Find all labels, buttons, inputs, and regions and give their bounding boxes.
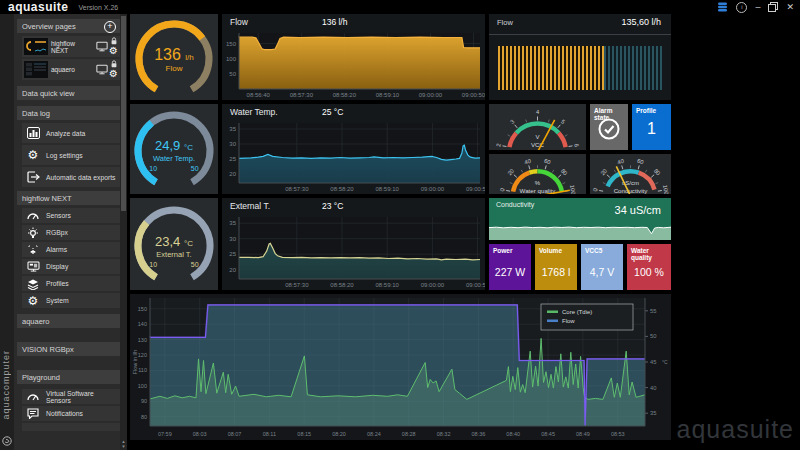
aquasuite-window: aquasuite Version X.26 i – ✕ aquacompute… (0, 0, 800, 450)
sidebar-item-profiles[interactable]: Profiles (22, 276, 120, 291)
vcc5-tile: VCC5 4,7 V (581, 244, 623, 290)
lock-icon[interactable] (110, 37, 118, 45)
svg-text:30: 30 (229, 236, 236, 242)
svg-text:Flow in l/h: Flow in l/h (132, 350, 138, 375)
svg-text:120: 120 (138, 352, 147, 358)
svg-text:100: 100 (662, 184, 670, 194)
external-temp-gauge-tile: 23,4 °C External T. 10 50 (130, 198, 218, 290)
svg-text:100: 100 (226, 56, 237, 62)
svg-text:08:15: 08:15 (297, 431, 311, 437)
sidebar-item-system[interactable]: ⚙ System (22, 293, 120, 308)
sidebar-header-data-quick-view[interactable]: Data quick view (17, 86, 120, 100)
svg-text:50: 50 (229, 71, 236, 77)
svg-text:09:00:50: 09:00:50 (466, 282, 485, 288)
flow-bar-title: Flow (497, 18, 513, 27)
svg-text:45: 45 (650, 359, 656, 365)
window-titlebar[interactable]: aquasuite Version X.26 i – ✕ (0, 0, 800, 14)
sidebar-header-highflow-next[interactable]: highflow NEXT (17, 191, 120, 205)
volume-value: 1768 l (535, 266, 577, 278)
flow-bar-value: 135,60 l/h (621, 17, 661, 27)
overview-item-label: highflow NEXT (51, 40, 93, 54)
monitor-icon[interactable] (96, 41, 108, 52)
sidebar-header-overview-pages[interactable]: Overview pages + (17, 19, 120, 33)
sidebar-header-aquaero[interactable]: aquaero (17, 314, 120, 328)
flow-area-chart: 5010015008:56:4008:57:3008:58:2008:59:10… (222, 30, 485, 100)
gear-icon[interactable]: ⚙ (109, 45, 118, 57)
sidebar-item-overview-highflow-next[interactable]: highflow NEXT ⚙ (22, 36, 120, 57)
vcc5-value: 4,7 V (581, 266, 623, 278)
svg-text:09:00:00: 09:00:00 (421, 186, 445, 192)
svg-text:09:00:00: 09:00:00 (421, 282, 445, 288)
svg-text:0: 0 (499, 188, 505, 192)
data-service-icon[interactable] (717, 2, 728, 12)
monitor-icon[interactable] (96, 64, 108, 75)
aquacomputer-logo-icon (2, 436, 12, 446)
sidebar-item-rgbpx[interactable]: RGBpx (22, 225, 120, 240)
vcc-gauge-tile: 23456VVCC (489, 104, 586, 150)
svg-text:60: 60 (636, 158, 644, 166)
svg-text:35: 35 (650, 410, 656, 416)
gear-icon[interactable]: ⚙ (109, 68, 118, 80)
add-overview-page-button[interactable]: + (104, 21, 116, 33)
ext-gauge-max: 50 (191, 261, 199, 268)
power-label: Power (493, 247, 513, 254)
svg-text:08:53: 08:53 (611, 431, 625, 437)
scrollbar-thumb[interactable] (121, 16, 126, 211)
restore-button[interactable] (768, 2, 778, 12)
volume-label: Volume (539, 247, 562, 254)
svg-text:08:20: 08:20 (332, 431, 346, 437)
sidebar-scrollbar[interactable]: ▲ ▼ (120, 14, 127, 450)
svg-text:08:11: 08:11 (263, 431, 276, 437)
gear-icon: ⚙ (25, 149, 41, 161)
svg-text:130: 130 (138, 337, 147, 343)
export-icon (25, 171, 41, 183)
sidebar-item-overview-aquaero[interactable]: aquaero ⚙ (22, 59, 120, 80)
vcc5-label: VCC5 (585, 247, 602, 254)
scroll-down-icon[interactable]: ▼ (120, 444, 127, 449)
svg-text:20: 20 (229, 171, 236, 177)
brand-rail-text: aquacomputer (1, 350, 11, 420)
sidebar-item-virtual-software-sensors[interactable]: Virtual Software Sensors (22, 389, 120, 404)
vcc-analog-gauge: 23456VVCC (489, 104, 586, 150)
svg-text:V: V (535, 134, 539, 140)
bell-icon (25, 244, 41, 255)
sidebar-item-log-settings[interactable]: ⚙ Log settings (22, 145, 120, 165)
water-quality-gauge-tile: 020406080100%Water quality (489, 154, 586, 194)
svg-text:08:59:10: 08:59:10 (376, 282, 400, 288)
water-quality-tile: Water quality 100 % (627, 244, 671, 290)
sidebar-item-alarms[interactable]: Alarms (22, 242, 120, 257)
svg-text:6: 6 (573, 143, 579, 147)
minimize-button[interactable]: – (755, 2, 760, 12)
lock-icon[interactable] (110, 60, 118, 68)
sidebar-item-cutoff[interactable] (22, 423, 120, 431)
overview-thumbnail-aquaero (24, 61, 48, 78)
speedometer-icon (25, 392, 41, 401)
app-version: Version X.26 (79, 4, 119, 11)
close-button[interactable]: ✕ (786, 2, 794, 12)
ext-gauge-unit: °C (184, 239, 193, 248)
svg-text:09:00:00: 09:00:00 (419, 92, 443, 98)
svg-text:08:57:30: 08:57:30 (290, 92, 314, 98)
overview-item-label: aquaero (51, 66, 93, 73)
conductivity-panel: Conductivity 34 uS/cm (489, 198, 671, 240)
svg-text:25: 25 (229, 251, 236, 257)
sidebar-item-notifications[interactable]: Notifications (22, 406, 120, 421)
ext-chart-value: 23 °C (322, 201, 343, 211)
svg-text:08:58:20: 08:58:20 (333, 92, 357, 98)
svg-text:08:56:40: 08:56:40 (247, 92, 271, 98)
svg-text:35: 35 (229, 220, 236, 226)
sidebar-header-data-log[interactable]: Data log (17, 106, 120, 120)
conductivity-sparkline (489, 222, 671, 240)
water-chart-title: Water Temp. (230, 107, 278, 117)
sidebar-item-analyze-data[interactable]: Analyze data (22, 123, 120, 143)
svg-text:08:59:10: 08:59:10 (376, 92, 400, 98)
ext-gauge-min: 10 (149, 261, 157, 268)
info-icon[interactable]: i (736, 2, 747, 13)
sidebar-header-playground[interactable]: Playground (17, 370, 120, 384)
volume-tile: Volume 1768 l (535, 244, 577, 290)
svg-text:150: 150 (138, 306, 147, 312)
sidebar-header-vision-rgbpx[interactable]: VISION RGBpx (17, 342, 120, 356)
sidebar-item-automatic-data-exports[interactable]: Automatic data exports (22, 167, 120, 187)
sidebar-item-display[interactable]: Display (22, 259, 120, 274)
sidebar-item-sensors[interactable]: Sensors (22, 208, 120, 223)
